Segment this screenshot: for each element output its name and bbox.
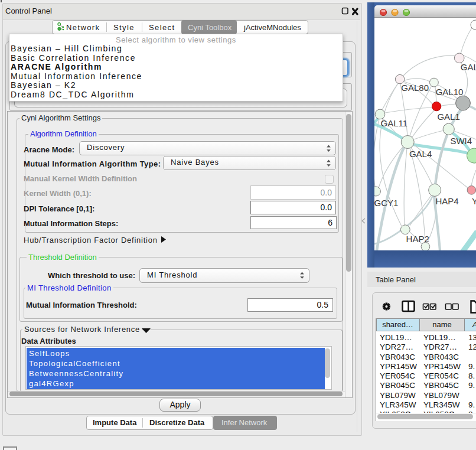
svg-text:GAL10: GAL10	[436, 87, 464, 97]
svg-text:GCY1: GCY1	[374, 198, 398, 208]
svg-text:Y: Y	[472, 196, 476, 206]
svg-text:GAL80: GAL80	[401, 83, 429, 93]
svg-text:GAL11: GAL11	[381, 118, 408, 128]
svg-text:SWI4: SWI4	[450, 136, 472, 146]
svg-text:HAP4: HAP4	[436, 196, 459, 206]
svg-text:GAL1: GAL1	[437, 112, 459, 122]
svg-text:GAL4: GAL4	[409, 149, 432, 159]
svg-text:HAP2: HAP2	[406, 234, 429, 244]
svg-text:GAL2: GAL2	[461, 62, 476, 72]
